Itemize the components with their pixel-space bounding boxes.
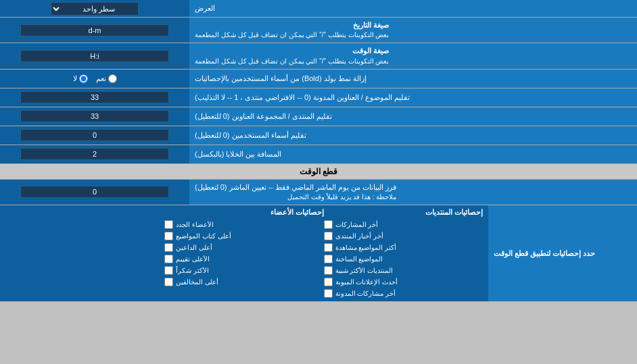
stat-col2-cb-1[interactable] xyxy=(164,232,173,240)
stat-col2-cb-2[interactable] xyxy=(164,243,173,252)
topics-per-page-row: تقليم الموضوع / العناوين المدونة (0 -- ا… xyxy=(0,88,637,107)
stat-col2-cb-3[interactable] xyxy=(164,255,173,263)
stat-col2-label-5: أعلى المخالفين xyxy=(176,278,218,286)
display-select[interactable]: سطر واحد سطرين ثلاثة أسطر xyxy=(51,2,139,16)
topics-per-page-input-area xyxy=(0,88,189,107)
time-format-sub: بعض التكوينات يتطلب "/" التي يمكن ان تضا… xyxy=(195,57,389,66)
cutoff-input[interactable] xyxy=(20,186,169,198)
time-format-input[interactable]: H:i xyxy=(20,50,169,62)
stats-col2: إحصائيات الأعضاء الأعضاء الجدد أعلى كتاب… xyxy=(164,208,323,298)
stat-col2-item-3: الأعلى تقييم xyxy=(164,254,323,264)
stats-section: حدد إحصائيات لتطبيق قطع الوقت إحصائيات ا… xyxy=(0,205,637,302)
cutoff-sub: ملاحظة : هذا قد يزيد قليلاً وقت التحميل xyxy=(195,192,396,202)
stats-section-label: حدد إحصائيات لتطبيق قطع الوقت xyxy=(488,205,637,301)
forum-per-page-input[interactable] xyxy=(20,110,169,122)
bold-radio-no[interactable] xyxy=(79,74,88,83)
stats-col3-empty xyxy=(5,208,164,298)
stat-col2-item-1: أعلى كتاب المواضيع xyxy=(164,231,323,241)
date-format-sub: بعض التكوينات يتطلب "/" التي يمكن ان تضا… xyxy=(195,30,389,40)
bold-radio-yes[interactable] xyxy=(108,74,117,83)
stat-col2-item-2: أعلى الداعين xyxy=(164,242,323,253)
date-format-label: صيغة التاريخ بعض التكوينات يتطلب "/" الت… xyxy=(189,18,637,43)
cutoff-main: فرز البيانات من يوم الماشر الماضي فقط --… xyxy=(195,182,396,192)
stats-col1-header: إحصائيات المنتديات xyxy=(324,208,483,218)
stat-col1-cb-6[interactable] xyxy=(324,289,333,298)
users-per-page-label: تقليم أسماء المستخدمين (0 للتعطيل) xyxy=(189,126,637,145)
stat-col2-label-2: أعلى الداعين xyxy=(176,244,212,251)
bold-radio-yes-label[interactable]: نعم xyxy=(96,74,117,83)
bold-radio-yes-text: نعم xyxy=(96,74,106,83)
stat-col2-item-5: أعلى المخالفين xyxy=(164,277,323,287)
date-format-row: صيغة التاريخ بعض التكوينات يتطلب "/" الت… xyxy=(0,18,637,43)
top-row: العرض سطر واحد سطرين ثلاثة أسطر xyxy=(0,0,637,18)
stats-col1: إحصائيات المنتديات أخر المشاركات أخر أخب… xyxy=(324,208,483,298)
bold-radio-input-area: نعم لا xyxy=(0,70,189,88)
stat-col1-cb-0[interactable] xyxy=(324,220,333,229)
forum-per-page-label: تقليم المنتدى / المجموعة العناوين (0 للت… xyxy=(189,107,637,126)
stats-checkboxes-content: إحصائيات المنتديات أخر المشاركات أخر أخب… xyxy=(0,205,488,301)
stats-col2-header: إحصائيات الأعضاء xyxy=(164,208,323,218)
cutoff-section-header: قطع الوقت xyxy=(0,164,637,180)
users-per-page-input[interactable] xyxy=(20,129,169,141)
stat-col1-item-5: أحدث الإعلانات المبوبة xyxy=(324,277,483,287)
stat-col1-cb-2[interactable] xyxy=(324,243,333,252)
stat-col1-label-0: أخر المشاركات xyxy=(335,221,379,228)
stat-col1-cb-3[interactable] xyxy=(324,255,333,263)
time-format-main: صيغة الوقت xyxy=(195,46,389,56)
bold-radio-no-label[interactable]: لا xyxy=(73,74,88,83)
stat-col1-item-6: أخر مشاركات المدونة xyxy=(324,288,483,298)
date-format-input-area: d-m xyxy=(0,18,189,43)
stat-col2-label-0: الأعضاء الجدد xyxy=(176,221,214,228)
stat-col1-label-1: أخر أخبار المنتدى xyxy=(335,232,384,240)
users-per-page-input-area xyxy=(0,126,189,145)
bold-radio-no-text: لا xyxy=(73,74,77,83)
stat-col2-label-1: أعلى كتاب المواضيع xyxy=(176,232,231,240)
stat-col1-label-2: أكثر المواضيع مشاهدة xyxy=(335,244,397,251)
bold-radio-row: إزالة نمط بولد (Bold) من أسماء المستخدمي… xyxy=(0,70,637,88)
cutoff-row: فرز البيانات من يوم الماشر الماضي فقط --… xyxy=(0,180,637,205)
stat-col1-item-0: أخر المشاركات xyxy=(324,219,483,230)
stat-col2-item-4: الأكثر شكراً xyxy=(164,265,323,276)
top-label: العرض xyxy=(189,0,637,17)
topics-per-page-input[interactable] xyxy=(20,91,169,103)
space-between-input-area xyxy=(0,145,189,163)
stat-col2-item-0: الأعضاء الجدد xyxy=(164,219,323,230)
space-between-input[interactable] xyxy=(20,148,169,160)
cutoff-input-area xyxy=(0,180,189,205)
forum-per-page-row: تقليم المنتدى / المجموعة العناوين (0 للت… xyxy=(0,107,637,126)
stat-col1-item-1: أخر أخبار المنتدى xyxy=(324,231,483,241)
time-format-input-area: H:i xyxy=(0,43,189,68)
stat-col1-label-4: المنتديات الأكثر شبية xyxy=(335,267,394,274)
space-between-row: المسافة بين الخلايا (بالبكسل) xyxy=(0,145,637,164)
topics-per-page-label: تقليم الموضوع / العناوين المدونة (0 -- ا… xyxy=(189,88,637,107)
stat-col2-label-4: الأكثر شكراً xyxy=(176,267,209,274)
date-format-input[interactable]: d-m xyxy=(20,24,169,36)
stat-col1-item-2: أكثر المواضيع مشاهدة xyxy=(324,242,483,253)
stat-col2-cb-5[interactable] xyxy=(164,278,173,286)
stat-col1-label-3: المواضيع الساخنة xyxy=(335,255,383,263)
stat-col2-cb-4[interactable] xyxy=(164,266,173,275)
stat-col2-label-3: الأعلى تقييم xyxy=(176,255,210,263)
stat-col1-item-4: المنتديات الأكثر شبية xyxy=(324,265,483,276)
stat-col1-label-5: أحدث الإعلانات المبوبة xyxy=(335,278,398,286)
cutoff-label: فرز البيانات من يوم الماشر الماضي فقط --… xyxy=(189,180,637,205)
forum-per-page-input-area xyxy=(0,107,189,126)
time-format-row: صيغة الوقت بعض التكوينات يتطلب "/" التي … xyxy=(0,43,637,69)
users-per-page-row: تقليم أسماء المستخدمين (0 للتعطيل) xyxy=(0,126,637,145)
stat-col1-cb-1[interactable] xyxy=(324,232,333,240)
date-format-main: صيغة التاريخ xyxy=(195,20,389,30)
top-select-area: سطر واحد سطرين ثلاثة أسطر xyxy=(0,0,189,17)
stat-col1-cb-4[interactable] xyxy=(324,266,333,275)
stat-col1-cb-5[interactable] xyxy=(324,278,333,286)
stat-col1-item-3: المواضيع الساخنة xyxy=(324,254,483,264)
bold-radio-label: إزالة نمط بولد (Bold) من أسماء المستخدمي… xyxy=(189,70,637,88)
space-between-label: المسافة بين الخلايا (بالبكسل) xyxy=(189,145,637,163)
stat-col2-cb-0[interactable] xyxy=(164,220,173,229)
stat-col1-label-6: أخر مشاركات المدونة xyxy=(335,290,396,297)
time-format-label: صيغة الوقت بعض التكوينات يتطلب "/" التي … xyxy=(189,43,637,68)
